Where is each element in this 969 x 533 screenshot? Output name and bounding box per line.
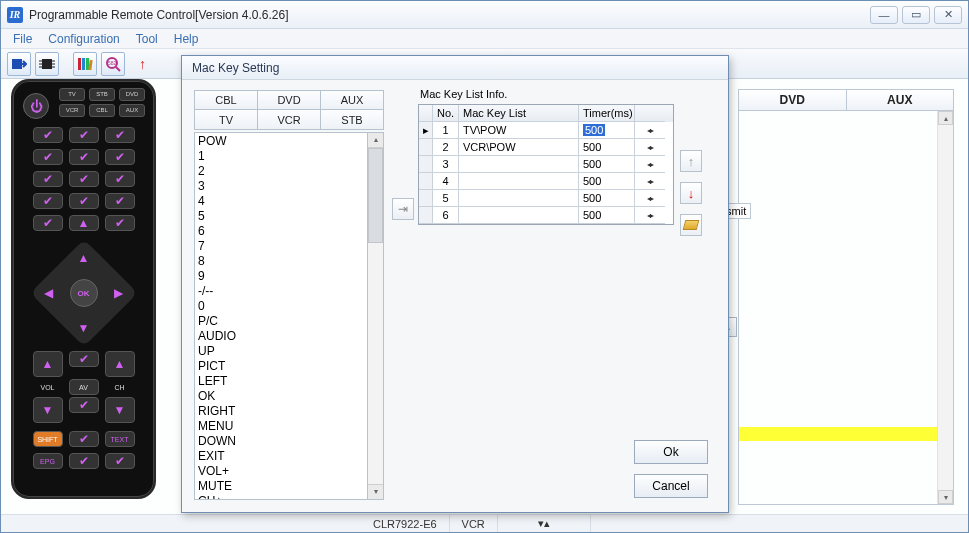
remote-text-button[interactable]: TEXT (105, 431, 135, 447)
key-listbox[interactable]: POW123456789-/--0P/CAUDIOUPPICTLEFTOKRIG… (194, 132, 368, 500)
tab-dvd[interactable]: DVD (258, 90, 321, 110)
key-list-item[interactable]: LEFT (198, 374, 364, 389)
scroll-thumb[interactable] (368, 148, 383, 243)
row-mac-key[interactable] (459, 156, 579, 173)
remote-key[interactable]: ✔ (69, 149, 99, 165)
remote-dev-dvd[interactable]: DVD (119, 88, 145, 101)
remote-key[interactable]: ✔ (33, 171, 63, 187)
remote-key[interactable]: ✔ (69, 193, 99, 209)
bg-col-dvd[interactable]: DVD (738, 89, 847, 111)
row-mac-key[interactable]: TV\POW (459, 122, 579, 139)
key-list-item[interactable]: 8 (198, 254, 364, 269)
scroll-up-icon[interactable]: ▴ (368, 133, 383, 148)
tab-vcr[interactable]: VCR (258, 110, 321, 130)
key-list-item[interactable]: P/C (198, 314, 364, 329)
remote-dpad-right[interactable]: ▶ (110, 284, 128, 302)
remote-vol-down[interactable]: ▼ (33, 397, 63, 423)
remote-key[interactable]: ✔ (33, 127, 63, 143)
remote-epg-button[interactable]: EPG (33, 453, 63, 469)
clear-button[interactable] (680, 214, 702, 236)
menu-help[interactable]: Help (166, 29, 207, 48)
minimize-button[interactable]: — (870, 6, 898, 24)
toolbar-chip-button[interactable] (35, 52, 59, 76)
remote-dpad-left[interactable]: ◀ (40, 284, 58, 302)
key-list-item[interactable]: 3 (198, 179, 364, 194)
remote-key[interactable]: ✔ (33, 149, 63, 165)
grid-row[interactable]: 3500◂▸ (419, 156, 673, 173)
row-timer[interactable]: 500 (579, 190, 635, 207)
ok-button[interactable]: Ok (634, 440, 708, 464)
remote-key[interactable]: ✔ (69, 453, 99, 469)
remote-vol-up[interactable]: ▲ (33, 351, 63, 377)
toolbar-upload-arrow[interactable]: ↑ (139, 56, 146, 72)
row-timer-spin[interactable]: ◂▸ (635, 139, 665, 156)
key-list-item[interactable]: 1 (198, 149, 364, 164)
remote-key[interactable]: ✔ (105, 171, 135, 187)
key-list-scrollbar[interactable]: ▴ ▾ (368, 132, 384, 500)
key-list-item[interactable]: 2 (198, 164, 364, 179)
grid-row[interactable]: 2VCR\POW500◂▸ (419, 139, 673, 156)
menu-file[interactable]: File (5, 29, 40, 48)
remote-key[interactable]: ✔ (69, 431, 99, 447)
row-timer-spin[interactable]: ◂▸ (635, 207, 665, 224)
key-list-item[interactable]: MENU (198, 419, 364, 434)
scroll-down-icon[interactable]: ▾ (938, 490, 953, 504)
key-list-item[interactable]: DOWN (198, 434, 364, 449)
key-list-item[interactable]: POW (198, 134, 364, 149)
row-mac-key[interactable] (459, 173, 579, 190)
remote-key[interactable]: ▲ (69, 215, 99, 231)
row-timer[interactable]: 500 (579, 156, 635, 173)
remote-key[interactable]: ✔ (105, 215, 135, 231)
scroll-up-icon[interactable]: ▴ (938, 111, 953, 125)
row-timer[interactable]: 500 (579, 122, 635, 139)
close-button[interactable]: ✕ (934, 6, 962, 24)
menu-tool[interactable]: Tool (128, 29, 166, 48)
cancel-button[interactable]: Cancel (634, 474, 708, 498)
row-timer-spin[interactable]: ◂▸ (635, 156, 665, 173)
maximize-button[interactable]: ▭ (902, 6, 930, 24)
remote-key[interactable]: ✔ (105, 193, 135, 209)
remote-key[interactable]: ✔ (105, 127, 135, 143)
remote-key[interactable]: ✔ (105, 453, 135, 469)
grid-row[interactable]: ▸1TV\POW500◂▸ (419, 122, 673, 139)
key-list-item[interactable]: PICT (198, 359, 364, 374)
remote-key[interactable]: ✔ (69, 397, 99, 413)
key-list-item[interactable]: 0 (198, 299, 364, 314)
grid-row[interactable]: 4500◂▸ (419, 173, 673, 190)
menu-configuration[interactable]: Configuration (40, 29, 127, 48)
remote-dev-aux[interactable]: AUX (119, 104, 145, 117)
row-timer[interactable]: 500 (579, 139, 635, 156)
key-list-item[interactable]: 5 (198, 209, 364, 224)
key-list-item[interactable]: 6 (198, 224, 364, 239)
remote-key[interactable]: ✔ (33, 215, 63, 231)
key-list-item[interactable]: EXIT (198, 449, 364, 464)
remote-key[interactable]: ✔ (105, 149, 135, 165)
remote-dev-tv[interactable]: TV (59, 88, 85, 101)
key-list-item[interactable]: 7 (198, 239, 364, 254)
remote-key[interactable]: ✔ (69, 127, 99, 143)
remote-av-button[interactable]: AV (69, 379, 99, 395)
remote-shift-button[interactable]: SHIFT (33, 431, 63, 447)
row-timer[interactable]: 500 (579, 207, 635, 224)
tab-aux[interactable]: AUX (321, 90, 384, 110)
tab-tv[interactable]: TV (194, 110, 258, 130)
toolbar-search-button[interactable]: 582 (101, 52, 125, 76)
tab-stb[interactable]: STB (321, 110, 384, 130)
key-list-item[interactable]: OK (198, 389, 364, 404)
bg-col-aux[interactable]: AUX (847, 89, 955, 111)
toolbar-export-button[interactable] (7, 52, 31, 76)
key-list-item[interactable]: MUTE (198, 479, 364, 494)
row-timer-spin[interactable]: ◂▸ (635, 173, 665, 190)
grid-row[interactable]: 6500◂▸ (419, 207, 673, 224)
key-list-item[interactable]: 9 (198, 269, 364, 284)
remote-dev-stb[interactable]: STB (89, 88, 115, 101)
grid-row[interactable]: 5500◂▸ (419, 190, 673, 207)
remote-dpad-down[interactable]: ▼ (75, 319, 93, 337)
key-list-item[interactable]: VOL+ (198, 464, 364, 479)
remote-dpad-up[interactable]: ▲ (75, 249, 93, 267)
remote-key[interactable]: ✔ (69, 171, 99, 187)
row-timer-spin[interactable]: ◂▸ (635, 190, 665, 207)
row-timer-spin[interactable]: ◂▸ (635, 122, 665, 139)
key-list-item[interactable]: CH+ (198, 494, 364, 500)
remote-ch-up[interactable]: ▲ (105, 351, 135, 377)
